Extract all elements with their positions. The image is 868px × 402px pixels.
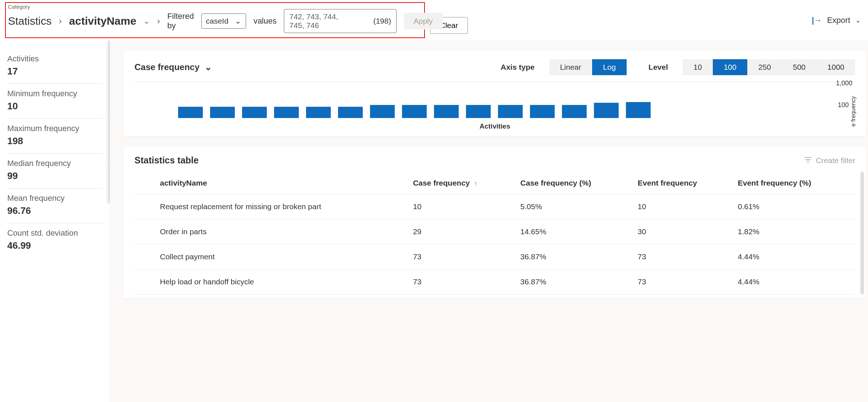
level-1000-button[interactable]: 1000 (816, 59, 855, 75)
cell-event-freq: 10 (634, 194, 734, 219)
cell-event-pct: 1.82% (734, 219, 855, 244)
bar (306, 107, 331, 118)
cell-activityname: Collect payment (156, 244, 409, 269)
stat-label: Mean frequency (7, 194, 103, 203)
col-case-frequency[interactable]: Case frequency ↑ (409, 172, 517, 194)
axis-type-label: Axis type (501, 63, 534, 72)
stat-value: 46.99 (7, 240, 103, 251)
filtered-by-label: Filtered by (167, 12, 194, 31)
cell-event-freq: 30 (634, 219, 734, 244)
filter-field-dropdown[interactable]: caseId ⌄ (201, 13, 246, 29)
chevron-down-icon: ⌄ (235, 17, 241, 25)
scrollbar[interactable] (860, 172, 864, 295)
y-axis-title: e frequency (850, 96, 857, 127)
level-10-button[interactable]: 10 (683, 59, 713, 75)
cell-case-pct: 5.05% (517, 194, 634, 219)
stat-value: 99 (7, 170, 103, 182)
cell-case-freq: 73 (409, 244, 517, 269)
content-area: Case frequency ⌄ Axis type Linear Log Le… (109, 40, 868, 402)
stat-label: Minimum frequency (7, 89, 103, 98)
bar (178, 107, 203, 118)
breadcrumb-root[interactable]: Statistics (8, 15, 52, 27)
cell-event-freq: 73 (634, 269, 734, 295)
col-activityname[interactable]: activityName (156, 172, 409, 194)
y-tick-1000: 1,000 (836, 80, 852, 87)
bar (466, 105, 491, 118)
level-500-button[interactable]: 500 (782, 59, 816, 75)
col-case-frequency-pct[interactable]: Case frequency (%) (517, 172, 634, 194)
stat-value: 198 (7, 135, 103, 147)
chevron-down-icon[interactable]: ⌄ (144, 17, 150, 25)
cell-activityname: Order in parts (156, 219, 409, 244)
chart-title-text: Case frequency (134, 62, 200, 72)
chevron-right-icon: › (59, 16, 62, 26)
stat-std-deviation: Count std. deviation 46.99 (7, 223, 103, 258)
breadcrumb-activity[interactable]: activityName (69, 15, 136, 27)
bar (498, 105, 523, 118)
axis-linear-button[interactable]: Linear (549, 59, 592, 75)
filter-values-count: (198) (373, 17, 391, 25)
values-label: values (253, 16, 277, 26)
y-tick-100: 100 (838, 101, 849, 109)
table-row[interactable]: Collect payment7336.87%734.44% (134, 244, 855, 269)
stat-mean-frequency: Mean frequency 96.76 (7, 188, 103, 223)
apply-button[interactable]: Apply (404, 13, 443, 29)
bar (402, 105, 427, 118)
level-250-button[interactable]: 250 (747, 59, 782, 75)
axis-type-segmented: Linear Log (549, 59, 627, 75)
cell-case-pct: 36.87% (517, 269, 634, 295)
bar (210, 107, 235, 118)
export-icon: |→ (812, 16, 822, 25)
stat-label: Count std. deviation (7, 228, 103, 238)
chevron-down-icon: ⌄ (855, 16, 861, 24)
cell-event-pct: 4.44% (734, 269, 855, 295)
cell-case-pct: 14.65% (517, 219, 634, 244)
chart-title-dropdown[interactable]: Case frequency ⌄ (134, 62, 212, 72)
cell-case-freq: 73 (409, 269, 517, 295)
level-segmented: 10 100 250 500 1000 (683, 59, 855, 75)
chart-card: Case frequency ⌄ Axis type Linear Log Le… (124, 50, 866, 136)
export-label: Export (827, 16, 850, 25)
summary-sidebar: Activities 17 Minimum frequency 10 Maxim… (0, 40, 109, 402)
table-row[interactable]: Help load or handoff bicycle7336.87%734.… (134, 269, 855, 295)
filter-icon (804, 156, 812, 165)
table-row[interactable]: Request replacement for missing or broke… (134, 194, 855, 219)
cell-case-freq: 10 (409, 194, 517, 219)
stat-value: 96.76 (7, 205, 103, 216)
bar (370, 105, 395, 118)
bar (338, 107, 363, 118)
stat-label: Activities (7, 54, 103, 64)
export-button[interactable]: |→ Export ⌄ (812, 2, 863, 38)
bar-chart: 1,000 100 e frequency Activities (134, 82, 855, 133)
axis-log-button[interactable]: Log (592, 59, 627, 75)
breadcrumb-filter-bar: Category Statistics › activityName ⌄ › F… (5, 2, 425, 38)
bar (594, 103, 619, 118)
filter-values-input[interactable]: 742, 743, 744, 745, 746 (198) (284, 9, 397, 33)
stat-label: Maximum frequency (7, 124, 103, 133)
x-axis-title: Activities (479, 122, 510, 130)
col-event-frequency-pct[interactable]: Event frequency (%) (734, 172, 855, 194)
cell-case-pct: 36.87% (517, 244, 634, 269)
create-filter-button[interactable]: Create filter (804, 156, 855, 165)
stat-activities: Activities 17 (7, 49, 103, 84)
table-row[interactable]: Order in parts2914.65%301.82% (134, 219, 855, 244)
bar (274, 107, 299, 118)
bar (434, 105, 459, 118)
col-case-frequency-label: Case frequency (413, 179, 470, 187)
level-label: Level (648, 63, 668, 72)
col-event-frequency[interactable]: Event frequency (634, 172, 734, 194)
stat-max-frequency: Maximum frequency 198 (7, 119, 103, 154)
chevron-right-icon: › (157, 16, 160, 26)
chevron-down-icon: ⌄ (205, 62, 212, 72)
sort-ascending-icon: ↑ (472, 180, 477, 187)
statistics-table-card: Statistics table Create filter activityN… (124, 146, 866, 298)
stat-label: Median frequency (7, 159, 103, 168)
cell-event-pct: 0.61% (734, 194, 855, 219)
stat-min-frequency: Minimum frequency 10 (7, 84, 103, 119)
statistics-table: activityName Case frequency ↑ Case frequ… (134, 172, 855, 295)
cell-activityname: Request replacement for missing or broke… (156, 194, 409, 219)
level-100-button[interactable]: 100 (713, 59, 747, 75)
stat-median-frequency: Median frequency 99 (7, 154, 103, 188)
bar (242, 107, 267, 118)
filter-field-value: caseId (206, 17, 229, 25)
